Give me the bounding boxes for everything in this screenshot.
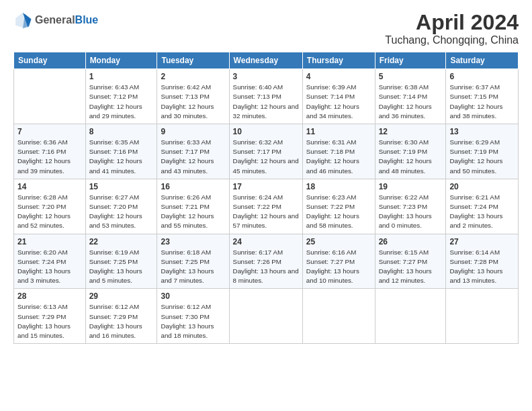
- day-number: 28: [17, 291, 82, 301]
- day-info: Sunrise: 6:28 AMSunset: 7:20 PMDaylight:…: [17, 193, 82, 231]
- calendar-cell: 18Sunrise: 6:23 AMSunset: 7:22 PMDayligh…: [302, 179, 375, 234]
- calendar-cell: 13Sunrise: 6:29 AMSunset: 7:19 PMDayligh…: [446, 124, 519, 179]
- day-header-tuesday: Tuesday: [157, 52, 229, 69]
- day-number: 25: [306, 237, 371, 246]
- day-number: 13: [449, 127, 515, 136]
- calendar-cell: 16Sunrise: 6:26 AMSunset: 7:21 PMDayligh…: [157, 179, 229, 234]
- calendar-cell: 3Sunrise: 6:40 AMSunset: 7:13 PMDaylight…: [229, 69, 302, 124]
- day-info: Sunrise: 6:29 AMSunset: 7:19 PMDaylight:…: [449, 138, 515, 176]
- day-header-friday: Friday: [375, 52, 446, 69]
- calendar-cell: 27Sunrise: 6:14 AMSunset: 7:28 PMDayligh…: [446, 234, 519, 289]
- day-header-sunday: Sunday: [14, 52, 86, 69]
- day-info: Sunrise: 6:12 AMSunset: 7:29 PMDaylight:…: [89, 302, 154, 340]
- calendar-cell: 29Sunrise: 6:12 AMSunset: 7:29 PMDayligh…: [85, 289, 157, 344]
- calendar-cell: [375, 289, 446, 344]
- day-number: 24: [233, 237, 299, 246]
- logo-icon: [13, 11, 32, 30]
- day-info: Sunrise: 6:43 AMSunset: 7:12 PMDaylight:…: [89, 83, 154, 121]
- day-number: 14: [17, 182, 82, 191]
- day-number: 7: [17, 127, 82, 136]
- calendar-cell: 26Sunrise: 6:15 AMSunset: 7:27 PMDayligh…: [375, 234, 446, 289]
- calendar-week-row: 7Sunrise: 6:36 AMSunset: 7:16 PMDaylight…: [14, 124, 519, 179]
- day-number: 4: [306, 72, 371, 81]
- day-number: 6: [449, 72, 515, 81]
- calendar-header-row: SundayMondayTuesdayWednesdayThursdayFrid…: [14, 52, 519, 69]
- day-number: 8: [89, 127, 154, 136]
- day-number: 3: [233, 72, 299, 81]
- day-header-monday: Monday: [85, 52, 157, 69]
- day-number: 22: [89, 237, 154, 246]
- calendar-cell: 22Sunrise: 6:19 AMSunset: 7:25 PMDayligh…: [85, 234, 157, 289]
- day-info: Sunrise: 6:42 AMSunset: 7:13 PMDaylight:…: [161, 83, 225, 121]
- day-number: 30: [161, 291, 225, 301]
- day-number: 1: [89, 72, 154, 81]
- logo: GeneralBlue: [13, 11, 98, 30]
- day-number: 19: [379, 182, 443, 191]
- day-info: Sunrise: 6:40 AMSunset: 7:13 PMDaylight:…: [233, 83, 299, 121]
- calendar-week-row: 21Sunrise: 6:20 AMSunset: 7:24 PMDayligh…: [14, 234, 519, 289]
- calendar-cell: 23Sunrise: 6:18 AMSunset: 7:25 PMDayligh…: [157, 234, 229, 289]
- logo-blue: Blue: [75, 14, 99, 26]
- day-info: Sunrise: 6:30 AMSunset: 7:19 PMDaylight:…: [379, 138, 443, 176]
- day-number: 23: [161, 237, 225, 246]
- day-info: Sunrise: 6:22 AMSunset: 7:23 PMDaylight:…: [379, 193, 443, 231]
- day-info: Sunrise: 6:36 AMSunset: 7:16 PMDaylight:…: [17, 138, 82, 176]
- calendar-week-row: 28Sunrise: 6:13 AMSunset: 7:29 PMDayligh…: [14, 289, 519, 344]
- calendar-cell: 8Sunrise: 6:35 AMSunset: 7:16 PMDaylight…: [85, 124, 157, 179]
- day-info: Sunrise: 6:13 AMSunset: 7:29 PMDaylight:…: [17, 302, 82, 340]
- main-title: April 2024: [385, 11, 519, 34]
- day-info: Sunrise: 6:27 AMSunset: 7:20 PMDaylight:…: [89, 193, 154, 231]
- day-info: Sunrise: 6:23 AMSunset: 7:22 PMDaylight:…: [306, 193, 371, 231]
- logo-text: GeneralBlue: [35, 13, 98, 26]
- day-info: Sunrise: 6:17 AMSunset: 7:26 PMDaylight:…: [233, 248, 299, 286]
- day-info: Sunrise: 6:20 AMSunset: 7:24 PMDaylight:…: [17, 248, 82, 286]
- day-number: 2: [161, 72, 225, 81]
- subtitle: Tuchang, Chongqing, China: [385, 34, 519, 46]
- calendar-cell: 28Sunrise: 6:13 AMSunset: 7:29 PMDayligh…: [14, 289, 86, 344]
- calendar-cell: 11Sunrise: 6:31 AMSunset: 7:18 PMDayligh…: [302, 124, 375, 179]
- page: GeneralBlue April 2024 Tuchang, Chongqin…: [0, 0, 532, 411]
- day-info: Sunrise: 6:18 AMSunset: 7:25 PMDaylight:…: [161, 248, 225, 286]
- day-number: 5: [379, 72, 443, 81]
- calendar-week-row: 1Sunrise: 6:43 AMSunset: 7:12 PMDaylight…: [14, 69, 519, 124]
- calendar-week-row: 14Sunrise: 6:28 AMSunset: 7:20 PMDayligh…: [14, 179, 519, 234]
- day-number: 16: [161, 182, 225, 191]
- calendar-cell: [302, 289, 375, 344]
- day-info: Sunrise: 6:21 AMSunset: 7:24 PMDaylight:…: [449, 193, 515, 231]
- logo-general: General: [35, 14, 75, 26]
- calendar-cell: 19Sunrise: 6:22 AMSunset: 7:23 PMDayligh…: [375, 179, 446, 234]
- calendar-cell: 10Sunrise: 6:32 AMSunset: 7:17 PMDayligh…: [229, 124, 302, 179]
- day-number: 21: [17, 237, 82, 246]
- title-block: April 2024 Tuchang, Chongqing, China: [385, 11, 519, 46]
- calendar-cell: [229, 289, 302, 344]
- day-info: Sunrise: 6:12 AMSunset: 7:30 PMDaylight:…: [161, 302, 225, 340]
- calendar-cell: 21Sunrise: 6:20 AMSunset: 7:24 PMDayligh…: [14, 234, 86, 289]
- calendar-cell: 7Sunrise: 6:36 AMSunset: 7:16 PMDaylight…: [14, 124, 86, 179]
- day-info: Sunrise: 6:33 AMSunset: 7:17 PMDaylight:…: [161, 138, 225, 176]
- day-info: Sunrise: 6:14 AMSunset: 7:28 PMDaylight:…: [449, 248, 515, 286]
- day-number: 12: [379, 127, 443, 136]
- day-number: 10: [233, 127, 299, 136]
- day-info: Sunrise: 6:26 AMSunset: 7:21 PMDaylight:…: [161, 193, 225, 231]
- calendar-cell: 2Sunrise: 6:42 AMSunset: 7:13 PMDaylight…: [157, 69, 229, 124]
- calendar-cell: 9Sunrise: 6:33 AMSunset: 7:17 PMDaylight…: [157, 124, 229, 179]
- calendar-cell: 17Sunrise: 6:24 AMSunset: 7:22 PMDayligh…: [229, 179, 302, 234]
- calendar-cell: 5Sunrise: 6:38 AMSunset: 7:14 PMDaylight…: [375, 69, 446, 124]
- day-info: Sunrise: 6:37 AMSunset: 7:15 PMDaylight:…: [449, 83, 515, 121]
- calendar-cell: 15Sunrise: 6:27 AMSunset: 7:20 PMDayligh…: [85, 179, 157, 234]
- calendar-cell: 25Sunrise: 6:16 AMSunset: 7:27 PMDayligh…: [302, 234, 375, 289]
- calendar-cell: 14Sunrise: 6:28 AMSunset: 7:20 PMDayligh…: [14, 179, 86, 234]
- day-info: Sunrise: 6:15 AMSunset: 7:27 PMDaylight:…: [379, 248, 443, 286]
- calendar-cell: 30Sunrise: 6:12 AMSunset: 7:30 PMDayligh…: [157, 289, 229, 344]
- calendar: SundayMondayTuesdayWednesdayThursdayFrid…: [13, 52, 519, 344]
- day-info: Sunrise: 6:35 AMSunset: 7:16 PMDaylight:…: [89, 138, 154, 176]
- day-info: Sunrise: 6:38 AMSunset: 7:14 PMDaylight:…: [379, 83, 443, 121]
- day-header-saturday: Saturday: [446, 52, 519, 69]
- day-info: Sunrise: 6:32 AMSunset: 7:17 PMDaylight:…: [233, 138, 299, 176]
- calendar-cell: 24Sunrise: 6:17 AMSunset: 7:26 PMDayligh…: [229, 234, 302, 289]
- header: GeneralBlue April 2024 Tuchang, Chongqin…: [13, 11, 519, 46]
- calendar-cell: 6Sunrise: 6:37 AMSunset: 7:15 PMDaylight…: [446, 69, 519, 124]
- calendar-cell: 4Sunrise: 6:39 AMSunset: 7:14 PMDaylight…: [302, 69, 375, 124]
- day-info: Sunrise: 6:16 AMSunset: 7:27 PMDaylight:…: [306, 248, 371, 286]
- day-number: 27: [449, 237, 515, 246]
